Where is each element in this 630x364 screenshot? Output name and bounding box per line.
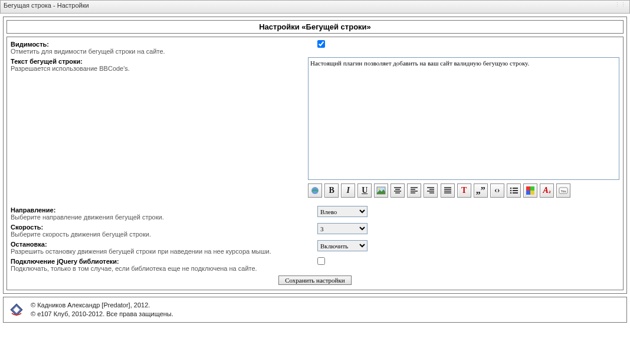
row-text: Текст бегущей строки: Разрешается исполь… [11,57,619,204]
bold-icon[interactable]: B [324,183,339,198]
align-center-icon[interactable] [391,183,405,198]
footer-logo-icon [8,301,25,318]
italic-icon[interactable]: I [341,183,355,198]
window-titlebar: Бегущая строка - Настройки ⋮⋮ [0,0,630,14]
image-icon[interactable] [374,183,388,198]
jquery-label: Подключение jQuery библиотеки: [11,258,317,265]
svg-rect-23 [513,190,518,191]
text-label: Текст бегущей строки: [11,58,308,65]
visibility-hint: Отметить для видимости бегущей строки на… [11,48,165,55]
bbcode-toolbar: B I U T „” ‹› A₂ You [308,183,619,198]
youtube-icon[interactable]: You [556,183,570,198]
stop-select[interactable]: Включить [317,240,368,251]
save-button[interactable]: Сохранить настройки [278,276,352,285]
footer: © Кадников Александр [Predator], 2012. ©… [3,297,627,323]
window-grip-icon: ⋮⋮ [615,2,626,8]
link-icon[interactable] [308,183,322,198]
speed-select[interactable]: 3 [317,223,368,234]
svg-rect-26 [530,186,534,191]
svg-rect-24 [513,192,518,194]
direction-select[interactable]: Влево [317,206,368,217]
visibility-checkbox[interactable] [317,40,325,48]
row-visibility: Видимость: Отметить для видимости бегуще… [11,40,619,55]
align-right-icon[interactable] [424,183,438,198]
svg-point-21 [510,192,511,194]
direction-hint: Выберите направление движения бегущей ст… [11,214,164,221]
text-hint: Разрешается использование BBCode's. [11,65,130,72]
code-icon[interactable]: ‹› [490,183,504,198]
jquery-hint: Подключать, только в том случае, если би… [11,265,257,272]
panel-heading: Настройки «Бегущей строки» [6,20,624,34]
color-icon[interactable] [523,183,537,198]
row-stop: Остановка: Разрешить остановку движения … [11,240,619,255]
stop-hint: Разрешить остановку движения бегущей стр… [11,248,271,255]
row-jquery: Подключение jQuery библиотеки: Подключат… [11,257,619,272]
footer-line2: © e107 Клуб, 2010-2012. Все права защище… [31,310,173,319]
align-justify-icon[interactable] [441,183,455,198]
quote-icon[interactable]: „” [474,183,488,198]
list-icon[interactable] [507,183,521,198]
svg-rect-28 [530,191,534,195]
stop-label: Остановка: [11,241,317,248]
text-textarea[interactable]: Настоящий плагин позволяет добавить на в… [308,57,619,180]
underline-icon[interactable]: U [357,183,372,198]
svg-rect-22 [513,188,518,189]
direction-label: Направление: [11,206,317,214]
svg-rect-27 [526,191,530,195]
align-left-icon[interactable] [407,183,421,198]
row-speed: Скорость: Выберите скорость движения бег… [11,223,619,238]
visibility-label: Видимость: [11,41,317,48]
settings-panel: Настройки «Бегущей строки» Видимость: От… [3,17,627,294]
font-icon[interactable]: A₂ [540,183,554,198]
window-title: Бегущая строка - Настройки [4,2,89,9]
svg-text:You: You [560,189,566,193]
svg-rect-25 [526,186,530,191]
speed-label: Скорость: [11,224,317,231]
footer-line1: © Кадников Александр [Predator], 2012. [31,301,173,310]
jquery-checkbox[interactable] [317,257,325,265]
panel-body: Видимость: Отметить для видимости бегуще… [6,37,624,290]
speed-hint: Выберите скорость движения бегущей строк… [11,231,151,238]
row-direction: Направление: Выберите направление движен… [11,206,619,221]
svg-point-20 [510,190,511,192]
text-size-icon[interactable]: T [457,183,471,198]
svg-point-19 [510,188,511,189]
